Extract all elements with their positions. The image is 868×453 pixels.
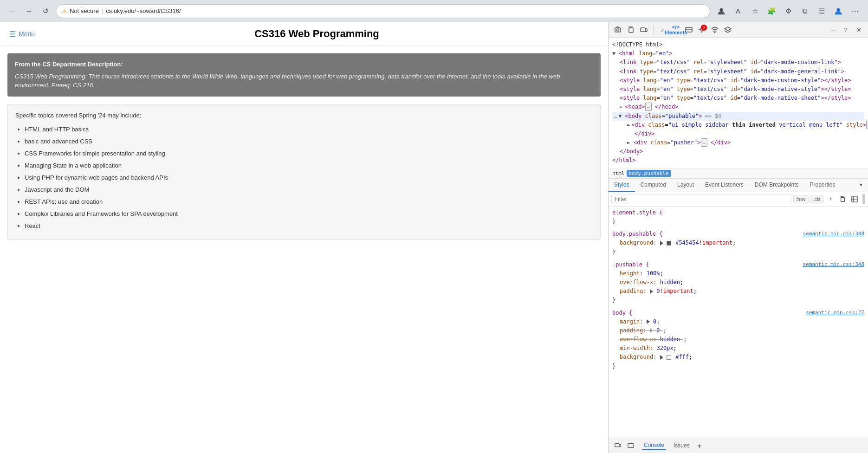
styles-panel: :hov .cls + element.style { }: [609, 192, 868, 438]
elements-tab-btn[interactable]: </> Elements: [670, 24, 681, 35]
devtools-close[interactable]: ✕: [853, 24, 864, 35]
filter-hov-btn[interactable]: :hov: [793, 195, 809, 203]
account-btn[interactable]: [831, 4, 846, 19]
tab-event-listeners[interactable]: Event Listeners: [700, 179, 749, 192]
file-ref-2[interactable]: semantic.min.css:348: [803, 260, 864, 269]
expand-color-triangle[interactable]: [660, 241, 663, 246]
forward-button[interactable]: →: [22, 5, 35, 18]
tabs-spacer: [841, 179, 854, 192]
sidebar-expand-btn[interactable]: …: [866, 121, 868, 129]
expand-margin-triangle[interactable]: [647, 319, 650, 324]
filter-copy-btn[interactable]: [837, 194, 848, 204]
tab-styles[interactable]: Styles: [609, 179, 635, 192]
settings-btn[interactable]: ⚙: [781, 4, 796, 19]
toggle-tool[interactable]: [638, 24, 649, 35]
svg-rect-21: [619, 444, 621, 447]
css-selector-element: element.style {: [612, 208, 864, 217]
css-rules: element.style { } body.pushable { semant…: [609, 207, 868, 438]
breadcrumb-html[interactable]: html: [612, 170, 625, 176]
expand-padding-body-triangle[interactable]: [650, 328, 653, 333]
css-selector-body: body { semantic.min.css:27: [612, 309, 864, 317]
more-btn[interactable]: ⋯: [848, 4, 862, 19]
extensions-btn[interactable]: 🧩: [764, 4, 779, 19]
tab-expand-arrow[interactable]: ▾: [854, 179, 868, 192]
copy-tool[interactable]: [625, 24, 636, 35]
dots-indicator-body: …: [614, 112, 617, 121]
course-description-box: From the CS Department Description: CS31…: [7, 53, 601, 97]
eq: =: [652, 49, 655, 58]
tab-issues[interactable]: Issues: [672, 441, 692, 450]
tab-properties[interactable]: Properties: [804, 179, 841, 192]
sidebar-btn[interactable]: ☰: [814, 4, 829, 19]
color-swatch-545454: [667, 241, 671, 246]
console-expand-btn[interactable]: [625, 440, 636, 451]
split-btn[interactable]: ⧉: [797, 4, 812, 19]
devtools-more[interactable]: ⋯: [827, 24, 838, 35]
css-close-body: }: [612, 362, 864, 371]
html-source: <!DOCTYPE html> ▼ <html lang="en"> <link…: [609, 38, 868, 168]
breadcrumb-body[interactable]: body.pushable: [627, 170, 671, 177]
inspect-tool[interactable]: 2: [696, 24, 707, 35]
filter-cls-btn[interactable]: .cls: [810, 195, 824, 203]
css-prop-padding: padding: 0!important;: [612, 287, 864, 296]
font-btn[interactable]: A: [731, 4, 745, 19]
filter-add-btn[interactable]: +: [825, 194, 836, 204]
list-item: HTML and HTTP basics: [25, 123, 593, 136]
css-rule-body: body { semantic.min.css:27 margin: 0; pa…: [612, 309, 864, 371]
pusher-expand-btn[interactable]: …: [701, 138, 707, 147]
css-selector-body-pushable: body.pushable { semantic.min.css:348: [612, 230, 864, 239]
tab-layout[interactable]: Layout: [672, 179, 700, 192]
security-label: Not secure: [70, 7, 99, 14]
tab-console[interactable]: Console: [642, 441, 666, 450]
css-prop-background-body: background: #fff;: [612, 353, 864, 362]
tab-computed[interactable]: Computed: [635, 179, 672, 192]
svg-point-0: [719, 8, 723, 11]
expand-padding-triangle[interactable]: [650, 289, 653, 294]
list-item: REST APIs; use and creation: [25, 196, 593, 208]
css-prop-overflow-x: overflow-x: hidden;: [612, 278, 864, 287]
security-icon: ⚠: [62, 8, 67, 14]
expand-bg-body-triangle[interactable]: [660, 355, 663, 360]
layers-tool[interactable]: [722, 24, 733, 35]
reload-button[interactable]: ↺: [39, 5, 52, 18]
html-line-html-close: </html>: [612, 156, 864, 165]
html-line-div-close1: </div>: [612, 129, 864, 138]
svg-point-1: [836, 8, 840, 11]
wifi-tool[interactable]: [709, 24, 720, 35]
address-bar[interactable]: ⚠ Not secure | cs.uky.edu/~soward/CS316/: [56, 4, 710, 18]
html-line-body-close: </body>: [612, 147, 864, 156]
expand-html[interactable]: ▼: [612, 49, 618, 58]
expand-sidebar-div[interactable]: ►: [627, 121, 630, 129]
network-tool[interactable]: [683, 24, 694, 35]
file-ref-3[interactable]: semantic.min.css:27: [806, 309, 864, 317]
file-ref-1[interactable]: semantic.min.css:348: [803, 230, 864, 238]
expand-pusher[interactable]: ►: [627, 138, 633, 147]
screenshot-tool[interactable]: [612, 24, 623, 35]
svg-rect-22: [628, 444, 634, 448]
color-swatch-fff: [667, 355, 671, 360]
hamburger-icon: ☰: [9, 30, 16, 39]
console-add-tab[interactable]: +: [697, 441, 702, 450]
html-line-doctype: <!DOCTYPE html>: [612, 40, 864, 49]
star-btn[interactable]: ☆: [747, 4, 762, 19]
profile-btn[interactable]: [714, 4, 729, 19]
list-item: Javascript and the DOM: [25, 184, 593, 196]
filter-layout-btn[interactable]: [849, 194, 860, 204]
filter-input[interactable]: [611, 194, 791, 204]
menu-button[interactable]: ☰ Menu: [9, 30, 35, 39]
address-separator: |: [102, 7, 103, 14]
svg-marker-15: [725, 27, 731, 31]
tab-dom-breakpoints[interactable]: DOM Breakpoints: [749, 179, 804, 192]
html-line-style3: <style lang="en" type="text/css" id="dar…: [612, 94, 864, 103]
back-button[interactable]: ←: [6, 5, 19, 18]
html-line-style2: <style lang="en" type="text/css" id="dar…: [612, 85, 864, 94]
expand-body[interactable]: ▼: [618, 112, 624, 121]
head-expand-btn[interactable]: …: [645, 103, 652, 111]
svg-rect-5: [641, 28, 645, 32]
devtools-help[interactable]: ?: [840, 24, 851, 35]
console-responsive-btn[interactable]: [612, 440, 623, 451]
topics-intro: Specific topics covered Spring '24 may i…: [15, 112, 593, 119]
console-left-tools: [612, 440, 636, 451]
css-close-pushable: }: [612, 296, 864, 304]
devtools-panel: ⌂ </> Elements 2 ⋯ ? ✕: [608, 22, 868, 453]
